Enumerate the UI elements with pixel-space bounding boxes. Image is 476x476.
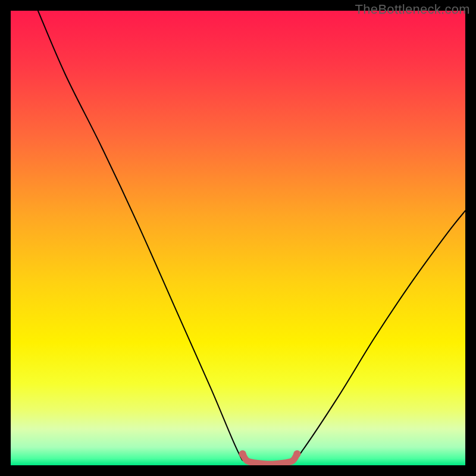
bottleneck-curve: [38, 11, 465, 463]
watermark-text: TheBottleneck.com: [355, 2, 470, 17]
plot-area: [11, 11, 465, 465]
optimal-band: [243, 454, 298, 464]
chart-frame: TheBottleneck.com: [0, 0, 476, 476]
curve-layer: [11, 11, 465, 465]
optimal-band-endpoint-right: [293, 450, 300, 458]
optimal-band-endpoint-left: [239, 450, 246, 458]
